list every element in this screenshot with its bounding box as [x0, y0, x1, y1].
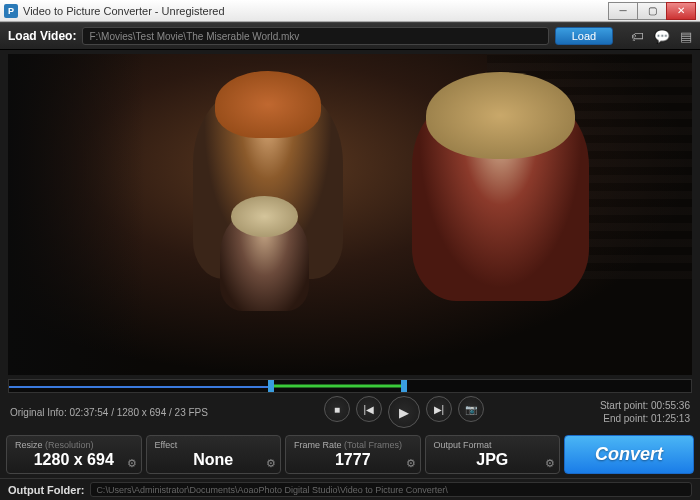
maximize-button[interactable]: ▢	[637, 2, 667, 20]
stop-button[interactable]: ■	[324, 396, 350, 422]
app-icon: P	[4, 4, 18, 18]
gear-icon[interactable]: ⚙	[127, 457, 137, 470]
list-icon[interactable]: ▤	[680, 29, 692, 44]
control-row: Original Info: 02:37:54 / 1280 x 694 / 2…	[0, 393, 700, 431]
output-format-box[interactable]: Output Format JPG ⚙	[425, 435, 561, 474]
titlebar: P Video to Picture Converter - Unregiste…	[0, 0, 700, 22]
timeline-progress	[9, 386, 268, 388]
gear-icon[interactable]: ⚙	[406, 457, 416, 470]
load-bar: Load Video: Load 🏷 💬 ▤	[0, 22, 700, 50]
load-button[interactable]: Load	[555, 27, 613, 45]
next-frame-button[interactable]: ▶|	[426, 396, 452, 422]
prev-frame-button[interactable]: |◀	[356, 396, 382, 422]
range-end-handle[interactable]	[401, 380, 407, 392]
timeline[interactable]	[8, 379, 692, 393]
play-button[interactable]: ▶	[388, 396, 420, 428]
convert-button[interactable]: Convert	[564, 435, 694, 474]
comment-icon[interactable]: 💬	[654, 29, 670, 44]
range-points: Start point: 00:55:36 End point: 01:25:1…	[600, 399, 690, 425]
resize-box[interactable]: Resize (Resolution) 1280 x 694 ⚙	[6, 435, 142, 474]
output-folder-label: Output Folder:	[8, 484, 84, 496]
snapshot-button[interactable]: 📷	[458, 396, 484, 422]
gear-icon[interactable]: ⚙	[545, 457, 555, 470]
range-start-handle[interactable]	[268, 380, 274, 392]
load-video-label: Load Video:	[8, 29, 76, 43]
minimize-button[interactable]: ─	[608, 2, 638, 20]
window-title: Video to Picture Converter - Unregistere…	[23, 5, 225, 17]
gear-icon[interactable]: ⚙	[266, 457, 276, 470]
close-button[interactable]: ✕	[666, 2, 696, 20]
video-path-input[interactable]	[82, 27, 549, 45]
tag-icon[interactable]: 🏷	[631, 29, 644, 44]
video-preview[interactable]	[8, 54, 692, 375]
parameter-row: Resize (Resolution) 1280 x 694 ⚙ Effect …	[0, 431, 700, 478]
framerate-box[interactable]: Frame Rate (Total Frames) 1777 ⚙	[285, 435, 421, 474]
effect-box[interactable]: Effect None ⚙	[146, 435, 282, 474]
output-folder-bar: Output Folder: C:\Users\Administrator\Do…	[0, 478, 700, 500]
original-info: Original Info: 02:37:54 / 1280 x 694 / 2…	[10, 407, 208, 418]
timeline-range	[268, 385, 404, 388]
output-folder-path[interactable]: C:\Users\Administrator\Documents\AoaoPho…	[90, 482, 692, 497]
